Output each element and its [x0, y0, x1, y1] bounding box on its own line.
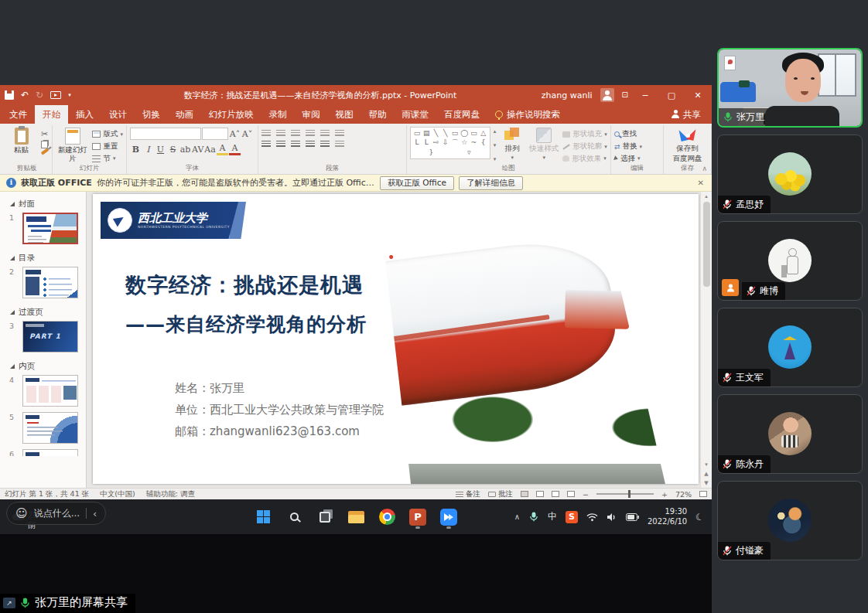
underline-icon[interactable]: U: [155, 145, 166, 155]
font-size-input[interactable]: [202, 128, 228, 140]
tab-transitions[interactable]: 切换: [135, 105, 168, 124]
shapes-gallery[interactable]: ▭▤╲╲▭◯ ▭△LL⇨⇩ ⌒☆~{}▿: [410, 127, 490, 159]
zoom-slider[interactable]: [596, 493, 654, 495]
tab-review[interactable]: 审阅: [295, 105, 328, 124]
slide-sorter-icon[interactable]: [536, 491, 544, 497]
participant-tile-fuyihao[interactable]: 付镒豪: [717, 481, 863, 560]
tell-me-search[interactable]: 操作说明搜索: [487, 105, 568, 124]
text-direction-icon[interactable]: [335, 130, 344, 137]
section-cover[interactable]: 封面: [0, 195, 86, 212]
numbering-icon[interactable]: [276, 130, 285, 137]
slide-title-line2[interactable]: ——来自经济学视角的分析: [125, 312, 367, 337]
scrollbar-thumb[interactable]: [703, 202, 710, 287]
powerpoint-taskbar-button[interactable]: P: [408, 506, 428, 529]
current-slide[interactable]: 西北工业大学 NORTHWESTERN POLYTECHNICAL UNIVER…: [93, 194, 699, 484]
volume-icon[interactable]: [607, 513, 617, 522]
restore-button[interactable]: ▢: [662, 90, 681, 100]
select-button[interactable]: 选择▾: [614, 153, 642, 164]
slide-thumbnail-1[interactable]: [22, 213, 78, 244]
bold-icon[interactable]: B: [130, 145, 142, 155]
align-right-icon[interactable]: [291, 141, 300, 148]
shadow-icon[interactable]: ab: [179, 145, 191, 155]
highlight-color-icon[interactable]: A: [217, 143, 228, 155]
tab-home[interactable]: 开始: [35, 105, 68, 124]
quick-styles-button[interactable]: 快速样式▾: [528, 127, 559, 164]
ribbon-display-options-icon[interactable]: ⊡: [622, 91, 628, 99]
redo-icon[interactable]: ↻: [36, 90, 43, 100]
do-not-disturb-moon-icon[interactable]: ☾: [695, 510, 706, 523]
italic-icon[interactable]: I: [142, 145, 154, 155]
font-color-icon[interactable]: A: [229, 143, 241, 155]
zoom-level[interactable]: 72%: [675, 490, 692, 499]
shrink-font-icon[interactable]: A˅: [241, 129, 253, 139]
reading-view-icon[interactable]: [552, 491, 559, 497]
tab-help[interactable]: 帮助: [361, 105, 395, 124]
grow-font-icon[interactable]: A˄: [229, 129, 241, 139]
close-button[interactable]: ✕: [689, 90, 707, 100]
zoom-slider-thumb[interactable]: [628, 490, 630, 498]
wifi-icon[interactable]: [586, 513, 598, 522]
slideshow-view-icon[interactable]: [567, 491, 575, 497]
participant-tile-zhangwanli[interactable]: 张万里: [717, 48, 863, 128]
tab-design[interactable]: 设计: [101, 105, 135, 124]
chrome-button[interactable]: [377, 506, 397, 529]
align-left-icon[interactable]: [261, 141, 271, 148]
tab-animations[interactable]: 动画: [168, 105, 201, 124]
section-toc[interactable]: 目录: [0, 249, 86, 266]
comments-button[interactable]: 批注: [488, 489, 513, 500]
font-name-input[interactable]: [130, 128, 201, 140]
notes-button[interactable]: 备注: [456, 489, 480, 500]
arrange-button[interactable]: 排列▾: [499, 127, 525, 164]
participant-tile-wangwenjun[interactable]: 王文军: [717, 308, 863, 387]
sogou-input-icon[interactable]: S: [566, 511, 578, 523]
scroll-up-icon[interactable]: ▴: [705, 193, 708, 199]
zoom-in-icon[interactable]: +: [661, 490, 668, 499]
save-icon[interactable]: [5, 90, 14, 100]
align-center-icon[interactable]: [276, 141, 285, 148]
replace-button[interactable]: ⇄替换▾: [614, 141, 642, 152]
accessibility-status[interactable]: 辅助功能: 调查: [146, 489, 195, 499]
tab-insert[interactable]: 插入: [68, 105, 101, 124]
slide-thumbnail-4[interactable]: [22, 375, 78, 407]
layout-button[interactable]: 版式▾: [92, 129, 123, 140]
search-button[interactable]: [284, 506, 304, 529]
section-button[interactable]: 节▾: [92, 153, 123, 164]
emoji-icon[interactable]: ☺: [15, 508, 28, 519]
slide-title-line1[interactable]: 数字经济：挑战还是机遇: [125, 271, 364, 299]
slide-thumbnail-5[interactable]: [22, 412, 78, 444]
ime-indicator[interactable]: 中: [548, 510, 557, 523]
share-button[interactable]: 共享: [661, 105, 712, 124]
participant-tile-jubo[interactable]: 雎博: [717, 221, 863, 301]
tab-record[interactable]: 录制: [261, 105, 295, 124]
shape-effects-button[interactable]: 形状效果▾: [562, 153, 607, 164]
vertical-scrollbar[interactable]: ▴ ▾ ▲ ▼: [700, 192, 712, 488]
meeting-app-taskbar-button[interactable]: [439, 506, 459, 529]
smartart-convert-icon[interactable]: [335, 141, 344, 148]
paste-button[interactable]: 粘贴: [5, 127, 38, 164]
scroll-down-icon[interactable]: ▾: [705, 461, 708, 468]
tab-baidu-pan[interactable]: 百度网盘: [436, 105, 487, 124]
save-to-baidu-pan-button[interactable]: 保存到 百度网盘: [667, 127, 708, 164]
tab-file[interactable]: 文件: [2, 105, 35, 124]
presenter-info[interactable]: 姓名：张万里 单位：西北工业大学公共政策与管理学院 邮箱：zhangwanli6…: [175, 378, 384, 442]
participant-tile-chenyongdan[interactable]: 陈永丹: [717, 394, 863, 474]
participant-tile-mengsiyu[interactable]: 孟思妤: [717, 135, 863, 214]
shape-fill-button[interactable]: 形状填充▾: [562, 129, 607, 140]
minimize-button[interactable]: ─: [636, 90, 654, 100]
new-slide-button[interactable]: 新建幻灯片: [56, 127, 89, 164]
undo-icon[interactable]: ↶: [21, 90, 29, 100]
slide-thumbnail-2[interactable]: [22, 267, 78, 298]
shape-outline-button[interactable]: 形状轮廓▾: [562, 141, 607, 152]
tab-yuketang[interactable]: 雨课堂: [395, 105, 437, 124]
justify-icon[interactable]: [306, 141, 315, 148]
bullets-icon[interactable]: [261, 130, 271, 137]
section-transition[interactable]: 过渡页: [0, 303, 86, 320]
dismiss-warning-icon[interactable]: ✕: [698, 179, 706, 187]
file-explorer-button[interactable]: [346, 506, 366, 529]
columns-icon[interactable]: [320, 141, 330, 148]
previous-slide-icon[interactable]: ▲: [704, 471, 708, 477]
start-slideshow-icon[interactable]: [50, 91, 61, 99]
slide-thumbnail-6[interactable]: [22, 449, 78, 456]
increase-indent-icon[interactable]: [306, 130, 315, 137]
tray-microphone-icon[interactable]: [528, 511, 539, 523]
